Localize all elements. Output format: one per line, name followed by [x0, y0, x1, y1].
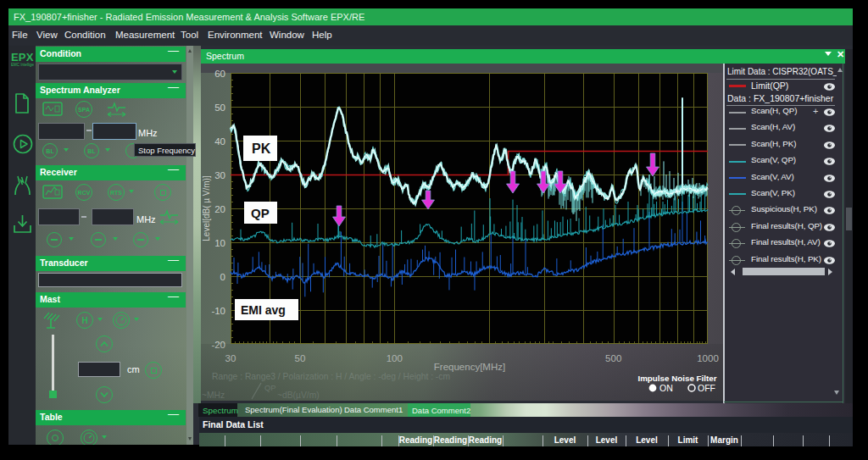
- svg-text:Impulse Noise Filter: Impulse Noise Filter: [637, 374, 716, 383]
- svg-text:-10: -10: [211, 306, 225, 316]
- svg-text:ON: ON: [659, 383, 673, 393]
- svg-text:50: 50: [214, 103, 225, 113]
- svg-text:10: 10: [214, 238, 225, 248]
- svg-text:OFF: OFF: [698, 383, 715, 393]
- svg-text:40: 40: [214, 136, 225, 147]
- svg-text:0: 0: [220, 272, 225, 282]
- svg-text:Level[dB( µ V/m)]: Level[dB( µ V/m)]: [202, 175, 211, 241]
- svg-text:QP: QP: [251, 206, 270, 220]
- svg-text:EMI avg: EMI avg: [241, 303, 286, 317]
- svg-text:20: 20: [214, 204, 225, 214]
- svg-text:60: 60: [214, 69, 225, 79]
- svg-text:30: 30: [214, 170, 225, 180]
- svg-text:PK: PK: [252, 141, 271, 156]
